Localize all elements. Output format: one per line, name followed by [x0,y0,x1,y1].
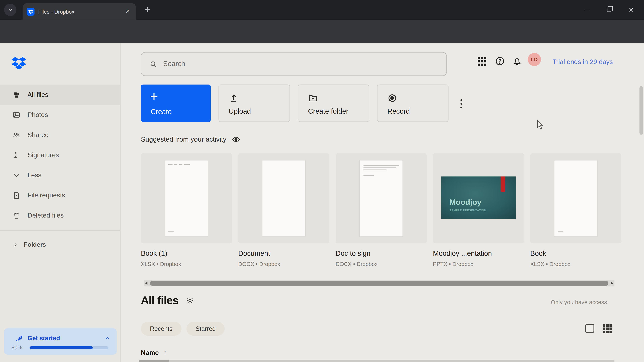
tab-search-button[interactable] [4,4,16,16]
settings-gear-icon[interactable] [186,296,194,305]
notifications-bell-icon[interactable] [512,56,522,66]
folders-label: Folders [24,241,46,248]
scroll-left-icon[interactable] [145,282,148,285]
sidebar-item-photos[interactable]: Photos [0,105,120,125]
sidebar-item-file-requests[interactable]: File requests [0,185,120,205]
upload-button[interactable]: Upload [218,84,290,122]
mouse-cursor [537,120,544,130]
sort-ascending-icon[interactable]: ↑ [163,349,167,357]
avatar[interactable]: LD [528,53,541,66]
window-close-button[interactable]: × [620,0,642,20]
cards-horizontal-scrollbar[interactable] [144,280,614,286]
file-title: Doc to sign [336,250,427,258]
sidebar-item-shared[interactable]: Shared [0,125,120,145]
slide-accent-tab [500,176,505,192]
sidebar: All files Photos Shared Signatures Less [0,43,121,362]
create-label: Create [151,108,172,116]
chevron-down-icon [12,171,20,179]
filter-starred[interactable]: Starred [186,322,225,336]
sidebar-item-label: Deleted files [28,212,64,219]
file-thumbnail: Moodjoy SAMPLE PRESENTATION [433,153,524,243]
search-bar[interactable] [141,52,447,76]
upload-label: Upload [229,108,251,116]
file-card-doc-to-sign[interactable]: Doc to sign DOCX • Dropbox [336,153,427,267]
signatures-icon [12,151,20,159]
search-input[interactable] [163,60,438,68]
page-vertical-scrollbar[interactable] [640,44,643,360]
trial-link[interactable]: Trial ends in 29 days [552,58,613,66]
rocket-icon [15,334,23,342]
browser-tab[interactable]: Files - Dropbox × [23,3,136,20]
sidebar-item-label: Photos [28,111,48,118]
file-card-moodjoy-presentation[interactable]: Moodjoy SAMPLE PRESENTATION Moodjoy ...e… [433,153,524,267]
tab-title: Files - Dropbox [38,8,124,14]
sidebar-folders-toggle[interactable]: Folders [12,241,46,248]
dropbox-page: All files Photos Shared Signatures Less [0,43,644,362]
upload-icon [229,93,239,103]
all-files-heading: All files [141,294,178,307]
browser-toolbar: ← → dropbox.com/home?select=Doc+to+sign+… [0,20,644,43]
file-meta: DOCX • Dropbox [336,261,427,267]
help-icon[interactable] [495,56,505,66]
record-button[interactable]: Record [377,84,448,122]
file-card-book-1[interactable]: Book (1) XLSX • Dropbox [141,153,232,267]
record-label: Record [387,108,410,116]
grid-view-toggle-icon[interactable] [603,324,612,333]
file-meta: XLSX • Dropbox [141,261,232,267]
dropbox-logo [12,57,26,69]
file-card-document[interactable]: Document DOCX • Dropbox [238,153,330,267]
create-button[interactable]: + Create [141,84,211,122]
sidebar-item-deleted-files[interactable]: Deleted files [0,205,120,225]
more-actions-button[interactable] [460,99,462,108]
file-card-book[interactable]: Book XLSX • Dropbox [530,153,622,267]
file-thumbnail [530,153,622,243]
chevron-up-icon[interactable] [104,335,110,341]
scroll-right-icon[interactable] [611,282,613,285]
progress-fill [30,347,92,349]
suggested-cards: Book (1) XLSX • Dropbox Document DOCX • … [141,153,621,267]
file-thumbnail [238,153,330,243]
plus-icon: + [150,89,158,105]
create-folder-button[interactable]: Create folder [298,84,369,122]
file-requests-icon [12,191,20,199]
slide-title: Moodjoy [449,198,481,207]
file-thumbnail [141,153,232,243]
sidebar-item-signatures[interactable]: Signatures [0,145,120,165]
apps-grid-icon[interactable] [478,57,488,67]
vertical-scroll-thumb[interactable] [640,86,643,135]
get-started-label: Get started [28,335,104,342]
sidebar-item-label: File requests [28,191,65,199]
window-minimize-button[interactable] [576,0,598,20]
all-files-icon [12,90,20,99]
browser-window: Files - Dropbox × + × ← → dropbox.com/ho… [0,0,644,362]
new-tab-button[interactable]: + [142,4,153,15]
restore-icon [607,8,611,12]
name-column-header[interactable]: Name [141,349,159,357]
file-meta: PPTX • Dropbox [433,261,524,267]
file-title: Moodjoy ...entation [433,250,524,258]
window-restore-button[interactable] [598,0,620,20]
dropbox-favicon-icon [27,7,34,15]
sidebar-item-less[interactable]: Less [0,165,120,185]
select-all-checkbox[interactable] [585,324,594,333]
minimize-icon [584,10,590,10]
suggested-title: Suggested from your activity [141,135,226,143]
tab-strip: Files - Dropbox × + × [0,0,644,20]
sidebar-item-label: Shared [28,131,49,138]
eye-icon[interactable] [232,135,240,144]
file-meta: XLSX • Dropbox [530,261,622,267]
filter-recents[interactable]: Recents [141,322,182,336]
sidebar-item-label: All files [28,91,48,98]
search-icon [150,60,157,68]
file-meta: DOCX • Dropbox [238,261,330,267]
sidebar-item-all-files[interactable]: All files [0,84,120,105]
chevron-right-icon [12,242,18,247]
partial-row-thumbnail [139,360,169,362]
tab-close-icon[interactable]: × [124,7,132,15]
horizontal-scroll-thumb[interactable] [150,281,608,286]
get-started-panel[interactable]: Get started 80% [4,328,116,355]
file-title: Book [530,250,622,258]
access-label: Only you have access [551,299,607,305]
slide-subtitle: SAMPLE PRESENTATION [449,209,486,212]
shared-icon [12,131,20,139]
